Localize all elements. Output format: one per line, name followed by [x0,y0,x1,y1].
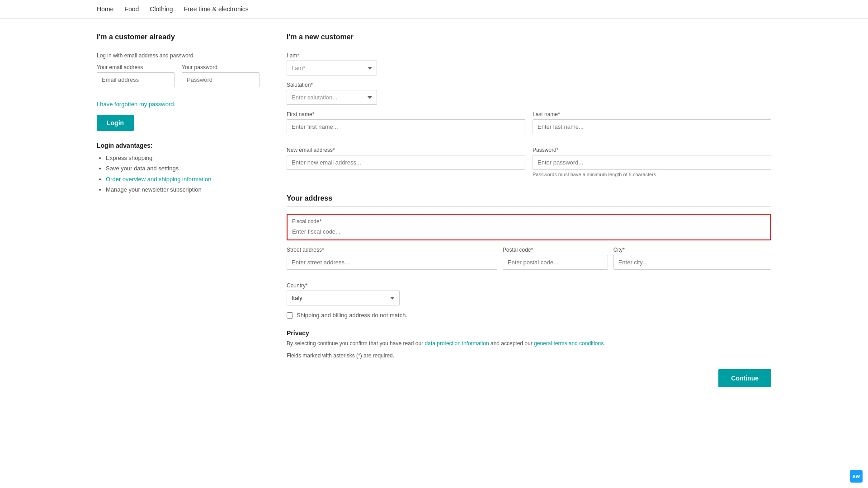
first-name-label: First name* [287,111,525,117]
salutation-label: Salutation* [287,82,771,88]
street-field-group: Street address* [287,247,497,270]
i-am-field-group: I am* I am* [287,52,771,75]
i-am-select[interactable]: I am* [287,61,377,75]
new-email-input[interactable] [287,155,525,170]
existing-customer-panel: I'm a customer already Log in with email… [97,33,259,387]
nav-free-time[interactable]: Free time & electronics [184,5,249,13]
continue-button[interactable]: Continue [718,369,771,387]
new-email-label: New email address* [287,147,525,153]
shipping-billing-row: Shipping and billing address do not matc… [287,312,771,319]
fiscal-code-wrapper: Fiscal code* [287,214,771,240]
advantage-orders: Order overview and shipping information [106,174,259,184]
country-label: Country* [287,282,771,289]
nav-home[interactable]: Home [97,5,113,13]
email-field-group: Your email address [97,64,175,87]
last-name-input[interactable] [533,119,771,134]
advantages-list: Express shopping Save your data and sett… [97,153,259,195]
shipping-billing-checkbox[interactable] [287,312,293,319]
postal-label: Postal code* [503,247,608,253]
privacy-text: By selecting continue you confirm that y… [287,339,771,348]
terms-link[interactable]: general terms and conditions. [534,340,605,347]
password-field-group: Your password [182,64,259,87]
main-content: I'm a customer already Log in with email… [0,19,868,402]
address-section: Your address Fiscal code* Street address… [287,194,771,319]
street-label: Street address* [287,247,497,253]
new-password-label: Password* [533,147,771,153]
login-credentials-row: Your email address Your password [97,64,259,94]
privacy-text-and: and accepted our [491,340,533,347]
name-row: First name* Last name* [287,111,771,141]
street-input[interactable] [287,255,497,270]
salutation-field-group: Salutation* Enter salutation... [287,82,771,105]
fiscal-code-label: Fiscal code* [292,218,766,225]
nav-clothing[interactable]: Clothing [150,5,173,13]
required-note: Fields marked with asterisks (*) are req… [287,352,771,360]
city-field-group: City* [613,247,771,270]
nav-food[interactable]: Food [124,5,139,13]
postal-field-group: Postal code* [503,247,608,270]
postal-input[interactable] [503,255,608,270]
password-label: Your password [182,64,259,70]
new-password-input[interactable] [533,155,771,170]
advantage-express: Express shopping [106,153,259,163]
email-label: Your email address [97,64,175,70]
advantage-newsletter: Manage your newsletter subscription [106,184,259,195]
last-name-label: Last name* [533,111,771,117]
new-password-field-group: Password* Passwords must have a minimum … [533,147,771,177]
data-protection-link[interactable]: data protection information [425,340,489,347]
fiscal-code-input[interactable] [292,227,766,236]
password-input[interactable] [182,72,259,87]
street-postal-city-row: Street address* Postal code* City* [287,247,771,276]
country-field-group: Country* Italy Germany France [287,282,771,305]
last-name-field-group: Last name* [533,111,771,134]
advantage-orders-link[interactable]: Order overview and shipping information [106,176,211,183]
first-name-field-group: First name* [287,111,525,134]
login-advantages: Login advantages: Express shopping Save … [97,142,259,195]
existing-customer-title: I'm a customer already [97,33,259,45]
new-email-field-group: New email address* [287,147,525,177]
main-nav: Home Food Clothing Free time & electroni… [0,0,868,19]
address-title: Your address [287,194,771,206]
shipping-billing-label: Shipping and billing address do not matc… [297,312,407,319]
city-input[interactable] [613,255,771,270]
new-customer-title: I'm a new customer [287,33,771,45]
privacy-title: Privacy [287,329,771,337]
continue-btn-row: Continue [287,369,771,387]
login-description: Log in with email address and password [97,52,259,59]
email-input[interactable] [97,72,175,87]
advantage-save: Save your data and settings [106,163,259,174]
city-label: City* [613,247,771,253]
password-hint: Passwords must have a minimum length of … [533,172,771,177]
country-select[interactable]: Italy Germany France [287,291,400,305]
advantages-title: Login advantages: [97,142,259,149]
privacy-text-before: By selecting continue you confirm that y… [287,340,423,347]
i-am-label: I am* [287,52,771,59]
email-password-row: New email address* Password* Passwords m… [287,147,771,183]
first-name-input[interactable] [287,119,525,134]
forgot-password-link[interactable]: I have forgotten my password. [97,101,259,108]
new-customer-panel: I'm a new customer I am* I am* Salutatio… [287,33,771,387]
privacy-section: Privacy By selecting continue you confir… [287,329,771,360]
login-button[interactable]: Login [97,115,134,131]
salutation-select[interactable]: Enter salutation... [287,90,377,105]
